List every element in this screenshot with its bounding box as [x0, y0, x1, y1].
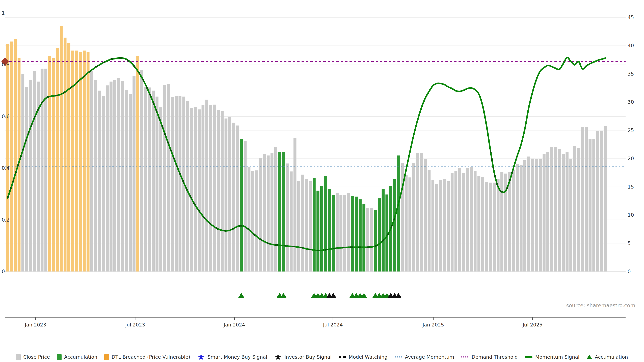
price-bar	[550, 147, 553, 272]
price-bar	[60, 26, 63, 272]
price-bar	[508, 172, 511, 272]
axis-label: Jan 2024	[224, 322, 245, 328]
legend-item-dtl-breached-price-vulnerable[interactable]: DTL Breached (Price Vulnerable)	[104, 354, 190, 360]
price-bar	[252, 171, 254, 272]
price-bar	[470, 167, 473, 272]
price-bar	[585, 127, 588, 272]
price-bar	[439, 180, 442, 272]
price-bar	[6, 44, 9, 272]
price-bar	[278, 152, 281, 272]
price-bar	[213, 105, 216, 272]
legend-item-label: DTL Breached (Price Vulnerable)	[112, 354, 190, 360]
price-bar	[52, 58, 55, 272]
legend-item-smart-money-buy-signal[interactable]: ★Smart Money Buy Signal	[197, 354, 267, 360]
price-bar	[224, 118, 228, 272]
price-bar	[33, 71, 36, 272]
triangle-icon	[586, 355, 592, 359]
price-bar	[144, 87, 147, 272]
axis-label: Jul 2023	[125, 322, 145, 328]
legend-item-label: Momentum Signal	[535, 354, 580, 360]
price-bar	[332, 195, 335, 272]
price-bar	[232, 123, 235, 272]
price-bar	[588, 139, 592, 272]
legend-item-average-momentum[interactable]: Average Momentum	[394, 354, 454, 360]
legend-item-accumulation[interactable]: Accumulation	[586, 354, 628, 360]
price-bar	[79, 52, 82, 272]
axis-label: 0	[2, 269, 5, 274]
price-bar	[90, 71, 94, 272]
price-bar	[248, 167, 250, 272]
price-bar	[524, 160, 526, 272]
legend-item-model-watching[interactable]: Model Watching	[338, 354, 388, 360]
axis-label: 40	[628, 42, 634, 48]
axis-label: 0	[628, 269, 631, 274]
price-bar	[236, 125, 239, 272]
legend-item-label: Smart Money Buy Signal	[208, 354, 267, 360]
axis-label: 10	[628, 212, 634, 218]
price-bar	[592, 139, 595, 272]
price-bar	[569, 159, 572, 272]
price-bar	[527, 157, 530, 272]
price-bar	[228, 117, 232, 272]
price-bar	[420, 153, 423, 272]
price-bar	[451, 173, 454, 272]
price-bar	[596, 131, 599, 272]
price-bar	[408, 177, 412, 272]
price-bar	[443, 179, 446, 272]
price-bar	[496, 179, 500, 272]
price-bar	[209, 105, 212, 272]
price-bar	[600, 131, 603, 272]
price-bar	[48, 56, 51, 272]
price-bar	[178, 96, 182, 272]
price-bar	[102, 96, 105, 272]
price-bar	[10, 41, 13, 272]
legend-item-label: Close Price	[23, 354, 50, 360]
price-bar	[374, 210, 377, 272]
price-bar	[294, 138, 296, 272]
price-bar	[366, 208, 369, 272]
price-bar	[531, 159, 534, 272]
swatch-icon	[104, 354, 109, 360]
price-bar	[340, 195, 342, 272]
price-bar	[167, 84, 170, 272]
price-bar	[56, 48, 59, 272]
price-bar	[520, 165, 522, 272]
price-bar	[282, 152, 285, 272]
legend-item-demand-threshold[interactable]: Demand Threshold	[461, 354, 518, 360]
price-bar	[566, 152, 568, 272]
price-bar	[148, 87, 151, 272]
price-bar	[324, 176, 327, 272]
legend-item-label: Accumulation	[595, 354, 628, 360]
price-bar	[539, 159, 542, 272]
price-bar	[29, 80, 32, 272]
price-bar	[121, 81, 124, 272]
price-bar	[194, 107, 197, 272]
price-bar	[255, 170, 258, 272]
price-bar	[40, 69, 44, 272]
price-bar	[312, 178, 316, 272]
price-bar	[25, 87, 28, 272]
legend-item-accumulation[interactable]: Accumulation	[57, 354, 98, 360]
axis-label: 30	[628, 99, 634, 105]
price-bar	[240, 139, 243, 272]
legend-item-close-price[interactable]: Close Price	[16, 354, 50, 360]
price-bar	[140, 70, 143, 272]
axis-label: Jan 2023	[24, 322, 46, 328]
price-bar	[113, 80, 116, 272]
price-bar	[542, 154, 546, 272]
price-bar	[267, 156, 270, 272]
price-bar	[447, 181, 450, 272]
legend-item-momentum-signal[interactable]: Momentum Signal	[525, 354, 580, 360]
price-bar	[136, 56, 139, 272]
price-bar	[401, 163, 404, 272]
price-bar	[106, 85, 109, 272]
price-bar	[14, 39, 17, 272]
legend-item-investor-buy-signal[interactable]: ★Investor Buy Signal	[274, 354, 332, 360]
dashed-line-icon	[338, 356, 346, 358]
dotted-line-icon	[461, 357, 469, 358]
price-bar	[320, 186, 323, 272]
price-bar	[516, 164, 519, 272]
axis-label: 45	[628, 14, 634, 20]
swatch-icon	[57, 354, 62, 360]
price-bar	[481, 177, 484, 272]
